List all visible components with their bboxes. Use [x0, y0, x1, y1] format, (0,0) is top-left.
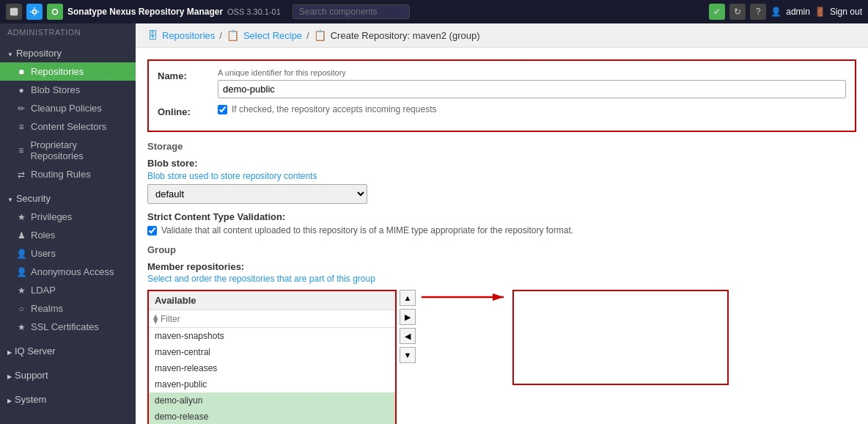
name-hint: A unique identifier for this repository [218, 68, 846, 77]
sidebar-item-roles-label: Roles [31, 230, 55, 241]
status-icon: ✔ [709, 4, 725, 20]
name-input[interactable] [218, 80, 846, 98]
filter-input[interactable] [161, 314, 391, 324]
sidebar-item-proprietary-repos[interactable]: ≡ Proprietary Repositories [0, 136, 136, 165]
sidebar-item-cleanup-policies[interactable]: ✏ Cleanup Policies [0, 99, 136, 117]
strict-validation-checkbox[interactable] [147, 226, 157, 235]
main-content: 🗄 Repositories / 📋 Select Recipe / 📋 Cre… [136, 23, 868, 424]
strict-validation-label: Strict Content Type Validation: [147, 211, 856, 222]
sidebar-item-blob-stores[interactable]: ● Blob Stores [0, 81, 136, 99]
list-item-demo-aliyun[interactable]: demo-aliyun [149, 392, 395, 409]
sidebar-section-system: System [0, 387, 136, 412]
sidebar-group-support[interactable]: Support [0, 366, 136, 384]
member-repos-hint: Select and order the repositories that a… [147, 274, 856, 284]
sidebar-item-privileges[interactable]: ★ Privileges [0, 208, 136, 226]
sidebar-item-repositories[interactable]: ■ Repositories [0, 62, 136, 81]
storage-title: Storage [147, 141, 856, 152]
breadcrumb-sep1: / [219, 30, 222, 41]
config-icon[interactable] [26, 4, 43, 20]
filter-row: ⧫ [149, 310, 395, 328]
group-title: Group [147, 244, 856, 255]
sidebar-section-iq: IQ Server [0, 339, 136, 363]
sidebar-item-realms[interactable]: ○ Realms [0, 299, 136, 318]
sidebar-item-content-selectors[interactable]: ≡ Content Selectors [0, 117, 136, 136]
refresh-icon[interactable]: ↻ [729, 4, 746, 20]
sidebar: Administration Repository ■ Repositories… [0, 23, 136, 424]
filter-icon: ⧫ [153, 313, 158, 324]
sidebar-item-ssl-label: SSL Certificates [31, 321, 99, 332]
sidebar-group-system-label: System [15, 394, 46, 405]
list-item-maven-central[interactable]: maven-central [149, 344, 395, 360]
move-bottom-button[interactable]: ▼ [400, 347, 416, 363]
sidebar-item-routing-label: Routing Rules [31, 169, 91, 180]
members-box [512, 290, 729, 385]
sidebar-item-users[interactable]: 👤 Users [0, 244, 136, 263]
strict-validation-section: Strict Content Type Validation: Validate… [147, 211, 856, 235]
list-item-maven-releases[interactable]: maven-releases [149, 360, 395, 376]
sidebar-item-repositories-label: Repositories [31, 66, 84, 77]
move-left-button[interactable]: ◀ [400, 328, 416, 344]
repositories-icon: ■ [16, 67, 26, 77]
sidebar-group-security[interactable]: Security [0, 189, 136, 208]
admin-label[interactable]: admin [786, 7, 810, 17]
sidebar-group-iq[interactable]: IQ Server [0, 342, 136, 360]
security-expand-icon [7, 193, 13, 204]
search-input[interactable] [293, 4, 410, 19]
arrow-controls: ▲ ▶ ◀ ▼ [397, 290, 419, 363]
sidebar-item-roles[interactable]: ♟ Roles [0, 226, 136, 244]
settings-icon[interactable] [47, 4, 63, 20]
breadcrumb-repositories-link[interactable]: Repositories [162, 30, 215, 41]
ssl-icon: ★ [16, 322, 26, 332]
sidebar-group-repository-label: Repository [16, 48, 62, 59]
support-expand-icon [7, 370, 12, 381]
signout-label[interactable]: Sign out [830, 7, 862, 17]
topbar: Sonatype Nexus Repository Manager OSS 3.… [0, 0, 868, 23]
sidebar-item-ldap-label: LDAP [31, 285, 56, 296]
move-right-button[interactable]: ▶ [400, 309, 416, 325]
users-icon: 👤 [16, 249, 26, 259]
form-area: Name: A unique identifier for this repos… [136, 48, 868, 424]
online-checkbox[interactable] [218, 105, 227, 114]
member-repos-label: Member repositories: [147, 261, 856, 272]
ldap-icon: ★ [16, 285, 26, 296]
breadcrumb-select-recipe-link[interactable]: Select Recipe [243, 30, 302, 41]
blob-store-select[interactable]: default [147, 184, 367, 204]
breadcrumb-sep2: / [306, 30, 309, 41]
realms-icon: ○ [16, 304, 26, 314]
red-arrow [422, 290, 510, 304]
blob-store-hint-link[interactable]: Blob store used to store repository cont… [147, 171, 317, 181]
sidebar-item-proprietary-label: Proprietary Repositories [30, 139, 128, 161]
sidebar-group-system[interactable]: System [0, 390, 136, 409]
online-field-content: If checked, the repository accepts incom… [218, 104, 846, 114]
sidebar-group-support-label: Support [15, 370, 48, 381]
move-top-button[interactable]: ▲ [400, 290, 416, 306]
sidebar-item-ldap[interactable]: ★ LDAP [0, 281, 136, 299]
breadcrumb-create-icon: 📋 [314, 29, 326, 41]
sidebar-item-anonymous-label: Anonymous Access [31, 266, 114, 277]
online-field-row: Online: If checked, the repository accep… [158, 104, 846, 117]
group-section: Group Member repositories: Select and or… [147, 244, 856, 424]
sidebar-item-anonymous-access[interactable]: 👤 Anonymous Access [0, 263, 136, 281]
blob-stores-icon: ● [16, 85, 26, 95]
system-expand-icon [7, 394, 12, 405]
list-item-demo-release[interactable]: demo-release [149, 409, 395, 424]
signout-icon: 🚪 [814, 7, 825, 17]
svg-rect-0 [10, 8, 18, 16]
sidebar-item-routing-rules[interactable]: ⇄ Routing Rules [0, 165, 136, 183]
proprietary-icon: ≡ [16, 145, 26, 156]
anonymous-icon: 👤 [16, 267, 26, 277]
sidebar-group-security-label: Security [16, 193, 51, 204]
sidebar-item-ssl-certificates[interactable]: ★ SSL Certificates [0, 318, 136, 336]
iq-expand-icon [7, 346, 12, 357]
list-item-maven-public[interactable]: maven-public [149, 376, 395, 392]
roles-icon: ♟ [16, 230, 26, 241]
sidebar-item-users-label: Users [31, 248, 56, 259]
help-icon[interactable]: ? [750, 4, 766, 20]
brand-name: Sonatype Nexus Repository Manager [67, 7, 223, 17]
cleanup-icon: ✏ [16, 103, 26, 114]
content-selectors-icon: ≡ [16, 122, 26, 132]
list-item-maven-snapshots[interactable]: maven-snapshots [149, 328, 395, 344]
sidebar-group-repository[interactable]: Repository [0, 44, 136, 62]
topbar-actions: ✔ ↻ ? 👤 admin 🚪 Sign out [709, 4, 862, 20]
sidebar-item-cleanup-label: Cleanup Policies [31, 103, 102, 114]
